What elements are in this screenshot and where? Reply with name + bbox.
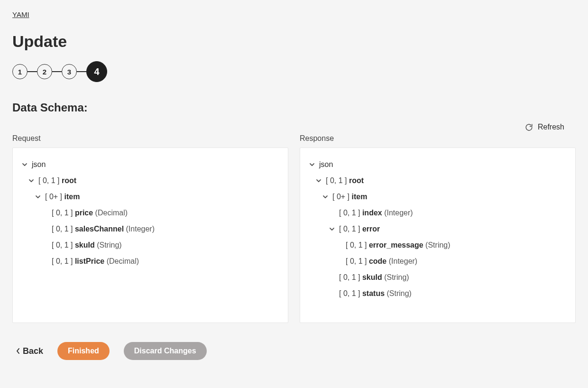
tree-node-label[interactable]: json bbox=[32, 159, 46, 170]
response-tree-row: [ 0, 1 ] skuId (String) bbox=[309, 269, 567, 286]
response-tree-row: [ 0, 1 ] status (String) bbox=[309, 286, 567, 302]
refresh-icon bbox=[525, 123, 533, 131]
response-panel: json[ 0, 1 ] root[ 0+ ] item[ 0, 1 ] ind… bbox=[300, 148, 576, 323]
response-panel-label: Response bbox=[300, 134, 576, 143]
step-4[interactable]: 4 bbox=[86, 61, 107, 82]
request-tree-row: json bbox=[21, 157, 279, 173]
request-panel-label: Request bbox=[12, 134, 288, 143]
tree-node-label: [ 0, 1 ] listPrice (Decimal) bbox=[52, 256, 139, 267]
chevron-down-icon[interactable] bbox=[329, 226, 335, 232]
chevron-down-icon[interactable] bbox=[322, 194, 329, 200]
response-tree-row: [ 0+ ] item bbox=[309, 189, 567, 205]
breadcrumb: YAMI bbox=[12, 10, 576, 19]
section-title: Data Schema: bbox=[12, 101, 576, 114]
refresh-label: Refresh bbox=[538, 123, 564, 131]
response-tree-row: [ 0, 1 ] index (Integer) bbox=[309, 205, 567, 221]
step-separator bbox=[28, 71, 37, 72]
tree-node-label[interactable]: json bbox=[319, 159, 333, 170]
breadcrumb-root-link[interactable]: YAMI bbox=[12, 10, 29, 18]
response-tree-row: [ 0, 1 ] error bbox=[309, 221, 567, 237]
tree-node-label[interactable]: [ 0, 1 ] error bbox=[339, 223, 380, 235]
step-2[interactable]: 2 bbox=[37, 64, 52, 79]
response-tree-row: [ 0, 1 ] root bbox=[309, 173, 567, 189]
tree-node-label: [ 0, 1 ] skuId (String) bbox=[52, 240, 122, 251]
chevron-down-icon[interactable] bbox=[315, 178, 322, 184]
request-tree-row: [ 0, 1 ] root bbox=[21, 173, 279, 189]
tree-node-label: [ 0, 1 ] index (Integer) bbox=[339, 207, 413, 219]
tree-node-label: [ 0, 1 ] price (Decimal) bbox=[52, 207, 128, 219]
step-3[interactable]: 3 bbox=[62, 64, 77, 79]
response-tree-row: json bbox=[309, 157, 567, 173]
finished-button[interactable]: Finished bbox=[57, 342, 110, 360]
chevron-down-icon[interactable] bbox=[35, 194, 41, 200]
response-tree-row: [ 0, 1 ] code (Integer) bbox=[309, 253, 567, 269]
request-tree-row: [ 0, 1 ] listPrice (Decimal) bbox=[21, 253, 279, 269]
tree-node-label[interactable]: [ 0, 1 ] root bbox=[326, 175, 364, 186]
tree-node-label: [ 0, 1 ] status (String) bbox=[339, 288, 412, 299]
back-button[interactable]: Back bbox=[16, 346, 43, 356]
request-tree-row: [ 0, 1 ] skuId (String) bbox=[21, 237, 279, 253]
tree-node-label: [ 0, 1 ] code (Integer) bbox=[346, 256, 417, 267]
tree-node-label[interactable]: [ 0, 1 ] root bbox=[38, 175, 76, 186]
tree-node-label: [ 0, 1 ] error_message (String) bbox=[346, 240, 450, 251]
tree-node-label: [ 0, 1 ] salesChannel (Integer) bbox=[52, 223, 155, 235]
page-title: Update bbox=[12, 32, 576, 51]
step-separator bbox=[77, 71, 86, 72]
request-panel: json[ 0, 1 ] root[ 0+ ] item[ 0, 1 ] pri… bbox=[12, 148, 288, 323]
chevron-left-icon bbox=[16, 348, 20, 354]
step-separator bbox=[52, 71, 62, 72]
discard-changes-button[interactable]: Discard Changes bbox=[124, 342, 207, 360]
chevron-down-icon[interactable] bbox=[28, 178, 35, 184]
chevron-down-icon[interactable] bbox=[21, 162, 28, 167]
response-tree-row: [ 0, 1 ] error_message (String) bbox=[309, 237, 567, 253]
back-label: Back bbox=[23, 346, 43, 356]
stepper: 1234 bbox=[12, 61, 576, 82]
step-1[interactable]: 1 bbox=[12, 64, 28, 79]
request-tree-row: [ 0+ ] item bbox=[21, 189, 279, 205]
request-tree-row: [ 0, 1 ] salesChannel (Integer) bbox=[21, 221, 279, 237]
chevron-down-icon[interactable] bbox=[309, 162, 315, 167]
tree-node-label[interactable]: [ 0+ ] item bbox=[332, 191, 367, 203]
tree-node-label[interactable]: [ 0+ ] item bbox=[45, 191, 80, 203]
request-tree-row: [ 0, 1 ] price (Decimal) bbox=[21, 205, 279, 221]
tree-node-label: [ 0, 1 ] skuId (String) bbox=[339, 272, 409, 283]
refresh-button[interactable]: Refresh bbox=[525, 123, 564, 131]
